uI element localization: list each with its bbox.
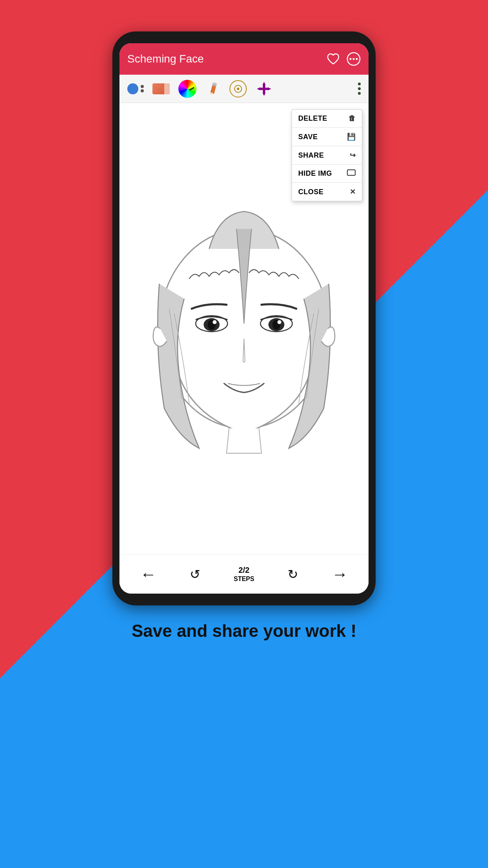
undo-button[interactable]: ↺ [190,567,200,582]
svg-rect-23 [347,170,355,175]
save-menu-item[interactable]: SAVE 💾 [292,128,362,146]
more-vertical-button[interactable] [356,80,363,97]
svg-point-22 [277,320,281,324]
svg-point-3 [356,58,358,60]
svg-point-18 [213,320,216,324]
app-bar-actions [327,52,361,66]
color-wheel-tool[interactable] [176,77,199,100]
next-button[interactable]: → [332,565,348,584]
favorite-button[interactable] [327,53,339,65]
phone-wrapper: Scheming Face [112,31,376,605]
redo-button[interactable]: ↻ [288,567,298,582]
redo-group: ↻ [288,567,298,582]
svg-point-1 [350,58,352,60]
hide-img-label: HIDE IMG [298,169,332,178]
svg-rect-13 [259,88,269,90]
svg-point-2 [353,58,355,60]
bottom-caption: Save and share your work ! [132,621,356,641]
more-button[interactable] [347,52,361,66]
share-label: SHARE [298,151,324,160]
steps-current: 2/2 [238,566,250,575]
delete-label: DELETE [298,114,327,123]
hide-icon [347,169,356,178]
close-label: CLOSE [298,188,324,196]
delete-menu-item[interactable]: DELETE 🗑 [292,110,362,128]
context-menu: DELETE 🗑 SAVE 💾 SHARE ↪ HIDE IMG [292,109,362,201]
scan-tool[interactable] [227,78,249,100]
steps-info: 2/2 STEPS [234,566,254,583]
share-menu-item[interactable]: SHARE ↪ [292,146,362,165]
close-icon: ✕ [350,188,356,196]
toolbar [119,75,369,103]
close-menu-item[interactable]: CLOSE ✕ [292,183,362,201]
share-icon: ↪ [350,151,356,160]
app-bar: Scheming Face [119,43,369,75]
save-label: SAVE [298,133,318,141]
bottom-nav: ← ↺ 2/2 STEPS ↻ → [119,554,369,594]
undo-redo-group: ↺ [190,567,200,582]
phone-screen: Scheming Face [119,43,369,594]
trash-icon: 🗑 [349,114,356,123]
pencil-tool[interactable] [203,79,223,99]
hide-img-menu-item[interactable]: HIDE IMG [292,165,362,183]
app-title: Scheming Face [127,53,327,65]
steps-label: STEPS [234,576,254,583]
save-icon: 💾 [347,132,356,141]
prev-button[interactable]: ← [140,565,156,584]
drawing-area: DELETE 🗑 SAVE 💾 SHARE ↪ HIDE IMG [119,103,369,554]
brush-tool[interactable] [125,81,146,97]
eraser-tool[interactable] [150,80,172,97]
move-tool[interactable] [253,78,275,100]
